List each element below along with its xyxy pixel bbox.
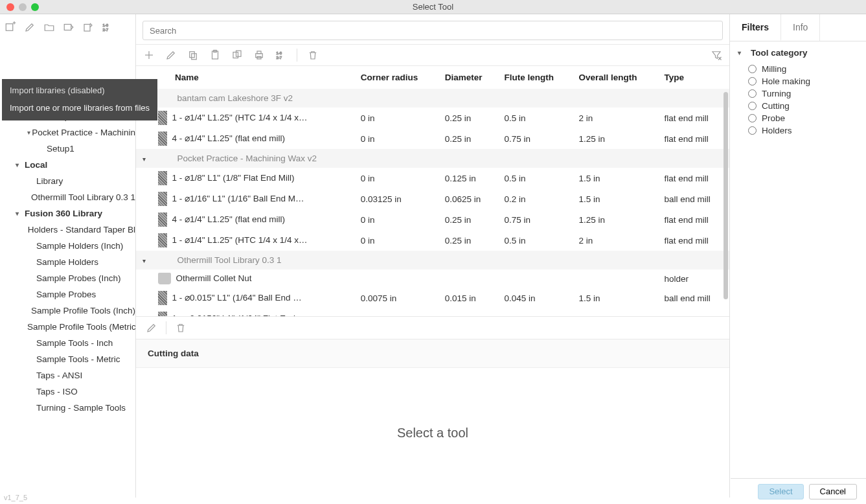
tool-table-wrap: NameCorner radiusDiameterFlute lengthOve… xyxy=(136,66,729,316)
radio-input[interactable] xyxy=(748,77,757,86)
group-row[interactable]: ▾ Othermill Tool Library 0.3 1 xyxy=(136,251,729,269)
tool-thumb-icon xyxy=(158,312,167,316)
table-row[interactable]: 1 - ⌀1/4" L1.25" (HTC 1/4 x 1/4 x…0 in0.… xyxy=(136,230,729,251)
tree-node[interactable]: ▾Local xyxy=(0,157,135,173)
chevron-down-icon: ▾ xyxy=(27,129,32,136)
renumber-tools-icon[interactable]: 1-62-7 xyxy=(275,49,288,62)
tree-node[interactable]: Sample Tools - Inch xyxy=(0,335,135,351)
select-button[interactable]: Select xyxy=(758,484,803,499)
table-row[interactable]: 1 - ⌀1/16" L1" (1/16" Ball End M…0.03125… xyxy=(136,189,729,209)
tree-node[interactable]: Sample Holders xyxy=(0,254,135,270)
filter-option[interactable]: Turning xyxy=(738,87,858,100)
group-row[interactable]: ▾ Pocket Practice - Machining Wax v2 xyxy=(136,149,729,168)
tool-name: 1 - ⌀0.015" L1" (1/64" Ball End … xyxy=(172,293,302,303)
filter-section: ▾ Tool category MillingHole makingTurnin… xyxy=(730,41,866,143)
tree-node[interactable]: Othermill Tool Library 0.3 1 xyxy=(0,189,135,205)
tree-node[interactable]: Holders - Standard Taper Bl xyxy=(0,222,135,238)
column-header[interactable]: Corner radius xyxy=(356,66,440,89)
cell: 0.5 in xyxy=(499,168,574,189)
cell xyxy=(574,269,659,288)
column-header[interactable]: Name xyxy=(136,66,356,89)
edit-icon[interactable] xyxy=(23,21,36,34)
filter-option[interactable]: Holders xyxy=(738,124,858,137)
cell: flat end mill xyxy=(659,308,729,316)
tree-node[interactable]: Sample Profile Tools (Inch) xyxy=(0,303,135,319)
cell: 0.25 in xyxy=(440,230,499,251)
radio-input[interactable] xyxy=(748,102,757,110)
filter-option[interactable]: Hole making xyxy=(738,75,858,87)
window-title: Select Tool xyxy=(0,2,866,12)
table-row[interactable]: Othermill Collet Nutholder xyxy=(136,269,729,288)
cell: 2 in xyxy=(574,108,659,128)
tool-thumb-icon xyxy=(158,291,167,305)
radio-input[interactable] xyxy=(748,65,757,73)
renumber-icon[interactable]: 1-62-7 xyxy=(101,21,114,34)
svg-rect-14 xyxy=(236,51,242,56)
tree-node[interactable]: Sample Profile Tools (Metric) xyxy=(0,319,135,335)
tree-node[interactable]: Turning - Sample Tools xyxy=(0,400,135,416)
link-library-icon[interactable] xyxy=(62,21,75,34)
tree-node[interactable]: Taps - ISO xyxy=(0,384,135,400)
radio-input[interactable] xyxy=(748,126,757,135)
table-row[interactable]: 1 - ⌀0.015" L1" (1/64" Ball End …0.0075 … xyxy=(136,288,729,308)
edit-detail-icon[interactable] xyxy=(145,321,158,334)
filter-option[interactable]: Milling xyxy=(738,63,858,75)
copy-icon[interactable] xyxy=(187,49,199,62)
cell: flat end mill xyxy=(659,230,729,251)
table-row[interactable]: 4 - ⌀1/4" L1.25" (flat end mill)0 in0.25… xyxy=(136,209,729,230)
edit-tool-icon[interactable] xyxy=(165,49,177,62)
scrollbar[interactable] xyxy=(724,92,728,299)
tree-node[interactable]: Sample Probes (Inch) xyxy=(0,270,135,286)
table-row[interactable]: 1 - ⌀1/8" L1" (1/8" Flat End Mill)0 in0.… xyxy=(136,168,729,189)
tree-node-label: Setup1 xyxy=(47,144,74,154)
tree-node-label: Taps - ISO xyxy=(36,387,78,396)
tree-node[interactable]: Sample Holders (Inch) xyxy=(0,238,135,254)
cell: flat end mill xyxy=(659,108,729,128)
tree-node[interactable]: Setup1 xyxy=(0,141,135,157)
duplicate-icon[interactable] xyxy=(231,49,244,62)
tree-node[interactable]: Taps - ANSI xyxy=(0,367,135,384)
filter-option[interactable]: Cutting xyxy=(738,100,858,112)
tab-info[interactable]: Info xyxy=(781,14,820,41)
radio-input[interactable] xyxy=(748,114,757,122)
export-icon[interactable] xyxy=(82,21,95,34)
detail-section-title: Cutting data xyxy=(136,339,729,368)
delete-icon[interactable] xyxy=(306,49,319,62)
filter-option[interactable]: Probe xyxy=(738,112,858,124)
new-library-icon[interactable] xyxy=(4,21,17,34)
new-folder-icon[interactable] xyxy=(43,21,56,34)
search-input[interactable] xyxy=(142,21,723,40)
tree-node[interactable]: ▾Pocket Practice - Machinin xyxy=(0,124,135,141)
cell: 1.5 in xyxy=(574,189,659,209)
column-header[interactable]: Diameter xyxy=(440,66,499,89)
cell: ball end mill xyxy=(659,189,729,209)
cancel-button[interactable]: Cancel xyxy=(809,484,857,499)
paste-icon[interactable] xyxy=(209,49,222,62)
table-row[interactable]: 4 - ⌀1/4" L1.25" (flat end mill)0 in0.25… xyxy=(136,128,729,149)
add-tool-icon[interactable] xyxy=(142,49,155,62)
clear-filter-icon[interactable] xyxy=(710,49,723,62)
tree-node[interactable]: Sample Tools - Metric xyxy=(0,351,135,367)
radio-input[interactable] xyxy=(748,89,757,98)
print-icon[interactable] xyxy=(253,49,266,62)
tree-node[interactable]: Library xyxy=(0,173,135,189)
column-header[interactable]: Flute length xyxy=(499,66,574,89)
chevron-down-icon: ▾ xyxy=(16,210,25,217)
tree-node-label: Sample Holders (Inch) xyxy=(36,241,123,251)
column-header[interactable]: Type xyxy=(659,66,729,89)
filter-section-title[interactable]: ▾ Tool category xyxy=(738,48,858,58)
filter-option-label: Cutting xyxy=(762,101,790,111)
delete-detail-icon[interactable] xyxy=(174,321,187,334)
cell: flat end mill xyxy=(659,128,729,149)
tab-filters[interactable]: Filters xyxy=(730,14,781,41)
tool-name: 4 - ⌀1/4" L1.25" (flat end mill) xyxy=(172,214,285,224)
column-header[interactable]: Overall length xyxy=(574,66,659,89)
cell: 0.5 in xyxy=(499,108,574,128)
table-row[interactable]: 1 - ⌀0.0156" L1" (1/64" Flat End…0 in0.0… xyxy=(136,308,729,316)
group-row[interactable]: bantam cam Lakeshore 3F v2 xyxy=(136,89,729,108)
cell: 0.045 in xyxy=(499,288,574,308)
table-row[interactable]: ▸ 1 - ⌀1/4" L1.25" (HTC 1/4 x 1/4 x…0 in… xyxy=(136,108,729,128)
tree-node[interactable]: ▾Fusion 360 Library xyxy=(0,205,135,222)
tree-node[interactable]: Sample Probes xyxy=(0,286,135,303)
cell xyxy=(356,269,440,288)
